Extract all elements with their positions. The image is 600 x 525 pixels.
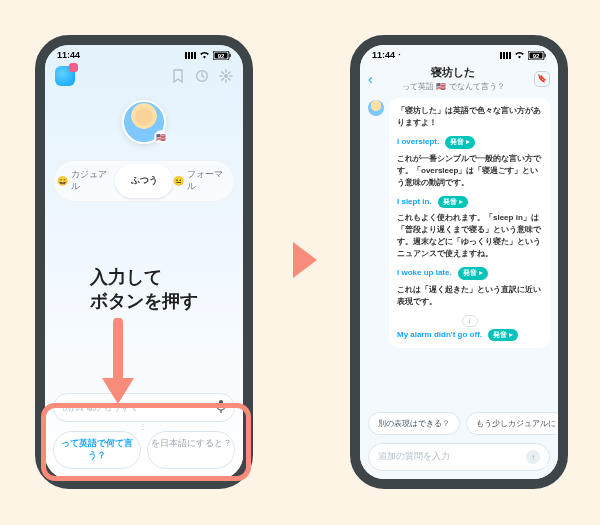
- app-logo-icon[interactable]: [55, 66, 75, 86]
- pronounce-button[interactable]: 発音: [445, 136, 475, 149]
- svg-text:92: 92: [533, 52, 540, 58]
- transition-arrow-icon: [293, 242, 317, 278]
- phrase-desc: これもよく使われます。「sleep in」は「普段より遅くまで寝る」という意味で…: [397, 212, 542, 260]
- result-subtitle: って英語 🇺🇸 でなんて言う？: [379, 81, 528, 92]
- translate-to-english-button[interactable]: って英語で何て言う？: [53, 431, 141, 469]
- battery-icon: 92: [213, 51, 231, 60]
- intro-text: 「寝坊した」は英語で色々な言い方がありますよ！: [397, 105, 542, 129]
- chevron-down-icon: ↓: [462, 315, 478, 327]
- chat-area: 「寝坊した」は英語で色々な言い方がありますよ！ I overslept. 発音 …: [360, 92, 558, 412]
- phrase-text: My alarm didn't go off.: [397, 330, 482, 339]
- wifi-icon: [199, 51, 210, 59]
- play-icon: [509, 333, 513, 337]
- send-icon[interactable]: ↑: [526, 450, 540, 464]
- segment-formal[interactable]: 😐 フォーマル: [173, 164, 231, 198]
- bookmark-button[interactable]: 🔖: [534, 71, 550, 87]
- svg-rect-2: [230, 53, 231, 56]
- play-icon: [459, 200, 463, 204]
- play-icon: [466, 140, 470, 144]
- history-icon[interactable]: [195, 69, 209, 83]
- result-item: My alarm didn't go off. 発音: [397, 329, 542, 342]
- pronounce-button[interactable]: 発音: [438, 196, 468, 209]
- segment-casual[interactable]: 😄 カジュアル: [57, 164, 115, 198]
- result-item: I slept in. 発音: [397, 196, 542, 209]
- followup-input[interactable]: 追加の質問を入力 ↑: [368, 443, 550, 471]
- suggestion-row: 別の表現はできる？ もう少しカジュアルに: [360, 412, 558, 439]
- input-placeholder: 追加の質問を入力: [378, 451, 450, 463]
- result-title: 寝坊した: [379, 65, 528, 80]
- mic-icon[interactable]: [216, 400, 226, 415]
- svg-rect-11: [545, 53, 546, 56]
- input-zone: 例) 終電がもうすぐ ⋮ って英語で何て言う？ を日本語にすると？: [45, 393, 243, 479]
- svg-rect-6: [219, 400, 223, 408]
- result-header: ‹ 寝坊した って英語 🇺🇸 でなんて言う？ 🔖: [360, 62, 558, 92]
- suggestion-chip[interactable]: 別の表現はできる？: [368, 412, 460, 435]
- phrase-desc: これが一番シンプルで一般的な言い方です。「oversleep」は「寝過ごす」とい…: [397, 153, 542, 189]
- pronounce-button[interactable]: 発音: [488, 329, 518, 342]
- back-icon[interactable]: ‹: [368, 71, 373, 87]
- expand-button[interactable]: ↓: [397, 315, 542, 327]
- status-bar: 11:44 92: [45, 45, 243, 62]
- signal-icon: [500, 52, 511, 59]
- svg-point-5: [224, 74, 228, 78]
- signal-icon: [185, 52, 196, 59]
- phrase-text: I slept in.: [397, 197, 432, 206]
- phrase-desc: これは「遅く起きた」という直訳に近い表現です。: [397, 284, 542, 308]
- status-bar: 11:44 ⋅ 92: [360, 45, 558, 62]
- phrase-text: I overslept.: [397, 137, 439, 146]
- svg-text:92: 92: [218, 52, 225, 58]
- settings-icon[interactable]: [219, 69, 233, 83]
- chat-bubble: 「寝坊した」は英語で色々な言い方がありますよ！ I overslept. 発音 …: [389, 98, 550, 348]
- translate-to-japanese-button[interactable]: を日本語にすると？: [147, 431, 235, 469]
- segment-label: カジュアル: [71, 169, 115, 193]
- avatar-flag-icon: 🇺🇸: [154, 130, 168, 144]
- formality-segmented-control[interactable]: 😄 カジュアル ふつう 😐 フォーマル: [53, 160, 235, 202]
- status-time: 11:44: [57, 50, 80, 60]
- phone-right: 11:44 ⋅ 92 ‹ 寝坊した って英語 🇺🇸 でなんて言う？ 🔖: [350, 35, 568, 489]
- input-placeholder: 例) 終電がもうすぐ: [62, 401, 140, 414]
- bot-avatar: [368, 100, 384, 116]
- suggestion-chip[interactable]: もう少しカジュアルに: [466, 412, 566, 435]
- pronounce-button[interactable]: 発音: [458, 267, 488, 280]
- segment-label: ふつう: [131, 175, 158, 187]
- phone-left: 11:44 92 🇺🇸: [35, 35, 253, 489]
- status-time: 11:44 ⋅: [372, 50, 401, 60]
- result-item: I woke up late. 発音: [397, 267, 542, 280]
- emoji-icon: 😐: [173, 176, 184, 186]
- battery-icon: 92: [528, 51, 546, 60]
- play-icon: [479, 271, 483, 275]
- avatar[interactable]: 🇺🇸: [122, 100, 166, 144]
- segment-label: フォーマル: [187, 169, 231, 193]
- phrase-text: I woke up late.: [397, 268, 452, 277]
- top-bar: [45, 62, 243, 86]
- divider-icon: ⋮: [53, 422, 235, 431]
- segment-normal[interactable]: ふつう: [115, 164, 173, 198]
- bookmark-icon[interactable]: [171, 69, 185, 83]
- phrase-input[interactable]: 例) 終電がもうすぐ: [53, 393, 235, 422]
- result-item: I overslept. 発音: [397, 136, 542, 149]
- emoji-icon: 😄: [57, 176, 68, 186]
- wifi-icon: [514, 51, 525, 59]
